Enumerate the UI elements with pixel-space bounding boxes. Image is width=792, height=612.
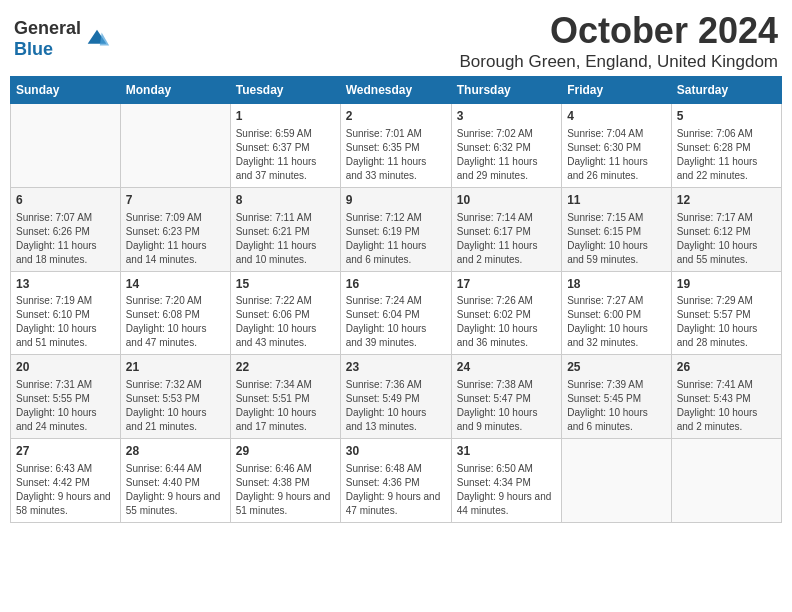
logo-general: General [14, 18, 81, 38]
daylight-hours: Sunset: 5:47 PM [457, 392, 556, 406]
daylight-hours: Daylight: 9 hours and 51 minutes. [236, 490, 335, 518]
daylight-hours: Sunset: 6:15 PM [567, 225, 666, 239]
week-row-2: 6Sunrise: 7:07 AMSunset: 6:26 PMDaylight… [11, 187, 782, 271]
daylight-hours: Sunrise: 7:04 AM [567, 127, 666, 141]
logo-icon [83, 25, 111, 53]
daylight-hours: Daylight: 11 hours and 2 minutes. [457, 239, 556, 267]
daylight-hours: Daylight: 10 hours and 59 minutes. [567, 239, 666, 267]
day-cell: 30Sunrise: 6:48 AMSunset: 4:36 PMDayligh… [340, 439, 451, 523]
daylight-hours: Sunrise: 7:06 AM [677, 127, 776, 141]
day-number: 7 [126, 192, 225, 209]
daylight-hours: Daylight: 10 hours and 28 minutes. [677, 322, 776, 350]
day-number: 10 [457, 192, 556, 209]
day-cell: 24Sunrise: 7:38 AMSunset: 5:47 PMDayligh… [451, 355, 561, 439]
daylight-hours: Daylight: 11 hours and 29 minutes. [457, 155, 556, 183]
daylight-hours: Sunrise: 7:01 AM [346, 127, 446, 141]
day-cell: 21Sunrise: 7:32 AMSunset: 5:53 PMDayligh… [120, 355, 230, 439]
daylight-hours: Daylight: 11 hours and 33 minutes. [346, 155, 446, 183]
day-number: 1 [236, 108, 335, 125]
daylight-hours: Sunset: 6:28 PM [677, 141, 776, 155]
daylight-hours: Sunrise: 7:24 AM [346, 294, 446, 308]
daylight-hours: Sunset: 6:30 PM [567, 141, 666, 155]
header-cell-wednesday: Wednesday [340, 77, 451, 104]
day-number: 23 [346, 359, 446, 376]
day-cell: 12Sunrise: 7:17 AMSunset: 6:12 PMDayligh… [671, 187, 781, 271]
day-number: 13 [16, 276, 115, 293]
daylight-hours: Sunset: 5:43 PM [677, 392, 776, 406]
week-row-5: 27Sunrise: 6:43 AMSunset: 4:42 PMDayligh… [11, 439, 782, 523]
daylight-hours: Daylight: 10 hours and 24 minutes. [16, 406, 115, 434]
week-row-4: 20Sunrise: 7:31 AMSunset: 5:55 PMDayligh… [11, 355, 782, 439]
day-number: 8 [236, 192, 335, 209]
daylight-hours: Sunset: 4:40 PM [126, 476, 225, 490]
daylight-hours: Sunset: 6:06 PM [236, 308, 335, 322]
day-cell: 16Sunrise: 7:24 AMSunset: 6:04 PMDayligh… [340, 271, 451, 355]
daylight-hours: Daylight: 11 hours and 10 minutes. [236, 239, 335, 267]
day-cell: 19Sunrise: 7:29 AMSunset: 5:57 PMDayligh… [671, 271, 781, 355]
daylight-hours: Daylight: 10 hours and 47 minutes. [126, 322, 225, 350]
daylight-hours: Sunset: 6:23 PM [126, 225, 225, 239]
day-number: 4 [567, 108, 666, 125]
day-cell [11, 104, 121, 188]
daylight-hours: Sunset: 5:57 PM [677, 308, 776, 322]
daylight-hours: Sunrise: 7:12 AM [346, 211, 446, 225]
day-number: 9 [346, 192, 446, 209]
day-number: 5 [677, 108, 776, 125]
daylight-hours: Daylight: 10 hours and 6 minutes. [567, 406, 666, 434]
daylight-hours: Sunrise: 7:31 AM [16, 378, 115, 392]
daylight-hours: Daylight: 10 hours and 21 minutes. [126, 406, 225, 434]
daylight-hours: Sunrise: 7:14 AM [457, 211, 556, 225]
logo-text: General Blue [14, 18, 81, 60]
day-cell: 5Sunrise: 7:06 AMSunset: 6:28 PMDaylight… [671, 104, 781, 188]
day-cell: 3Sunrise: 7:02 AMSunset: 6:32 PMDaylight… [451, 104, 561, 188]
day-number: 2 [346, 108, 446, 125]
daylight-hours: Daylight: 11 hours and 14 minutes. [126, 239, 225, 267]
header-cell-thursday: Thursday [451, 77, 561, 104]
daylight-hours: Daylight: 10 hours and 17 minutes. [236, 406, 335, 434]
daylight-hours: Sunrise: 7:27 AM [567, 294, 666, 308]
day-number: 12 [677, 192, 776, 209]
day-cell: 8Sunrise: 7:11 AMSunset: 6:21 PMDaylight… [230, 187, 340, 271]
day-number: 19 [677, 276, 776, 293]
day-cell: 25Sunrise: 7:39 AMSunset: 5:45 PMDayligh… [562, 355, 672, 439]
day-number: 17 [457, 276, 556, 293]
daylight-hours: Sunrise: 6:48 AM [346, 462, 446, 476]
day-number: 3 [457, 108, 556, 125]
daylight-hours: Sunrise: 7:11 AM [236, 211, 335, 225]
day-number: 27 [16, 443, 115, 460]
day-cell: 31Sunrise: 6:50 AMSunset: 4:34 PMDayligh… [451, 439, 561, 523]
day-number: 28 [126, 443, 225, 460]
day-cell: 6Sunrise: 7:07 AMSunset: 6:26 PMDaylight… [11, 187, 121, 271]
daylight-hours: Sunrise: 7:20 AM [126, 294, 225, 308]
daylight-hours: Sunset: 5:49 PM [346, 392, 446, 406]
day-cell: 28Sunrise: 6:44 AMSunset: 4:40 PMDayligh… [120, 439, 230, 523]
daylight-hours: Daylight: 9 hours and 44 minutes. [457, 490, 556, 518]
daylight-hours: Sunset: 5:53 PM [126, 392, 225, 406]
daylight-hours: Sunrise: 7:19 AM [16, 294, 115, 308]
header-cell-monday: Monday [120, 77, 230, 104]
daylight-hours: Sunset: 6:17 PM [457, 225, 556, 239]
daylight-hours: Sunset: 6:32 PM [457, 141, 556, 155]
daylight-hours: Sunrise: 6:50 AM [457, 462, 556, 476]
day-cell: 10Sunrise: 7:14 AMSunset: 6:17 PMDayligh… [451, 187, 561, 271]
daylight-hours: Sunrise: 7:09 AM [126, 211, 225, 225]
daylight-hours: Daylight: 10 hours and 9 minutes. [457, 406, 556, 434]
daylight-hours: Sunrise: 6:59 AM [236, 127, 335, 141]
day-number: 21 [126, 359, 225, 376]
day-number: 14 [126, 276, 225, 293]
daylight-hours: Sunset: 5:45 PM [567, 392, 666, 406]
daylight-hours: Sunrise: 6:46 AM [236, 462, 335, 476]
daylight-hours: Sunrise: 7:22 AM [236, 294, 335, 308]
daylight-hours: Daylight: 10 hours and 39 minutes. [346, 322, 446, 350]
day-cell: 23Sunrise: 7:36 AMSunset: 5:49 PMDayligh… [340, 355, 451, 439]
daylight-hours: Sunset: 6:08 PM [126, 308, 225, 322]
day-cell [120, 104, 230, 188]
day-number: 24 [457, 359, 556, 376]
daylight-hours: Sunrise: 7:41 AM [677, 378, 776, 392]
day-cell: 18Sunrise: 7:27 AMSunset: 6:00 PMDayligh… [562, 271, 672, 355]
daylight-hours: Daylight: 10 hours and 51 minutes. [16, 322, 115, 350]
daylight-hours: Sunrise: 7:15 AM [567, 211, 666, 225]
day-cell: 27Sunrise: 6:43 AMSunset: 4:42 PMDayligh… [11, 439, 121, 523]
month-title: October 2024 [460, 10, 778, 52]
day-number: 6 [16, 192, 115, 209]
